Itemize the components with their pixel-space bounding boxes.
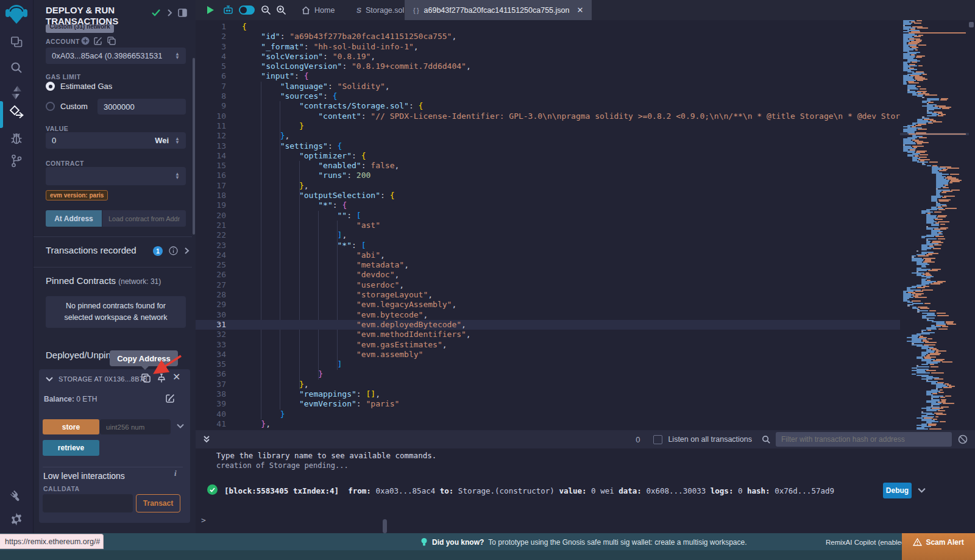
tx-expand-chevron-icon[interactable] <box>917 486 926 494</box>
transact-button[interactable]: Transact <box>136 494 180 512</box>
remove-contract-icon[interactable]: ✕ <box>172 372 180 382</box>
code-line[interactable]: 14 "optimizer": { <box>196 151 900 161</box>
remix-logo-icon[interactable] <box>0 2 33 27</box>
terminal-prompt[interactable]: > <box>201 516 206 525</box>
debug-button[interactable]: Debug <box>883 483 912 498</box>
terminal-body[interactable]: Type the library name to see available c… <box>196 448 975 533</box>
code-line[interactable]: 2 "id": "a69b43f277ba20fcac141151250ca75… <box>196 32 900 41</box>
code-line[interactable]: 6 "input": { <box>196 71 900 81</box>
copy-address-icon[interactable] <box>141 373 151 383</box>
zoom-in-icon[interactable] <box>276 5 286 15</box>
code-line[interactable]: 1{ <box>196 22 900 32</box>
editor-scrollbar-thumb[interactable] <box>969 22 974 27</box>
code-line[interactable]: 16 "runs": 200 <box>196 171 900 180</box>
code-line[interactable]: 19 "*": { <box>196 200 900 210</box>
code-line[interactable]: 25 "metadata", <box>196 260 900 270</box>
code-line[interactable]: 7 "language": "Solidity", <box>196 82 900 91</box>
code-line[interactable]: 29 "evm.legacyAssembly", <box>196 300 900 310</box>
value-unit-stepper-icon[interactable]: ▲▼ <box>175 137 180 144</box>
copilot-toggle[interactable] <box>239 5 255 15</box>
code-line[interactable]: 34 "evm.assembly" <box>196 350 900 360</box>
code-line[interactable]: 40 } <box>196 409 900 419</box>
debugger-bug-icon[interactable] <box>0 132 33 145</box>
ai-robot-icon[interactable] <box>222 4 234 16</box>
code-lines[interactable]: 1{2 "id": "a69b43f277ba20fcac141151250ca… <box>196 20 900 429</box>
close-tab-icon[interactable]: ✕ <box>576 5 583 15</box>
code-line[interactable]: 32 "evm.methodIdentifiers", <box>196 330 900 339</box>
contract-stepper-icon[interactable]: ▲▼ <box>175 172 180 180</box>
code-line[interactable]: 15 "enabled": false, <box>196 161 900 171</box>
account-stepper-icon[interactable]: ▲▼ <box>175 52 180 60</box>
retrieve-function-button[interactable]: retrieve <box>43 440 99 456</box>
code-line[interactable]: 11 } <box>196 121 900 131</box>
terminal-collapse-icon[interactable] <box>203 435 210 444</box>
code-line[interactable]: 21 "ast" <box>196 221 900 230</box>
edit-account-icon[interactable] <box>94 37 102 45</box>
listen-all-checkbox[interactable] <box>653 435 662 444</box>
terminal-scrollbar-thumb[interactable] <box>383 519 387 533</box>
git-branch-icon[interactable] <box>0 154 33 168</box>
code-line[interactable]: 5 "solcLongVersion": "0.8.19+commit.7dd6… <box>196 62 900 71</box>
filter-transactions-input[interactable] <box>776 432 952 447</box>
contract-select[interactable]: ▲▼ <box>46 167 186 185</box>
code-line[interactable]: 35 ] <box>196 360 900 369</box>
code-line[interactable]: 17 }, <box>196 181 900 191</box>
tab-home[interactable]: Home <box>293 0 343 20</box>
plugin-manager-plug-icon[interactable] <box>0 489 33 503</box>
scam-alert-button[interactable]: Scam Alert <box>902 533 975 560</box>
search-icon[interactable] <box>0 61 33 74</box>
pin-panel-icon[interactable] <box>178 9 187 17</box>
custom-gas-radio[interactable] <box>46 102 55 111</box>
store-function-button[interactable]: store <box>43 419 99 434</box>
pin-contract-icon[interactable] <box>157 373 166 383</box>
custom-gas-input[interactable] <box>98 99 186 115</box>
tab-storage-sol[interactable]: S Storage.sol <box>348 0 413 20</box>
code-line[interactable]: 3 "_format": "hh-sol-build-info-1", <box>196 42 900 52</box>
value-unit-select[interactable]: Wei <box>155 136 169 145</box>
low-level-info-icon[interactable]: i <box>174 469 177 478</box>
code-line[interactable]: 8 "sources": { <box>196 91 900 101</box>
solidity-compiler-icon[interactable] <box>0 85 33 100</box>
add-account-icon[interactable] <box>81 37 90 45</box>
code-line[interactable]: 9 "contracts/Storage.sol": { <box>196 101 900 111</box>
code-line[interactable]: 20 "": [ <box>196 211 900 221</box>
code-line[interactable]: 10 "content": "// SPDX-License-Identifie… <box>196 112 900 121</box>
panel-scrollbar-thumb[interactable] <box>193 58 195 235</box>
code-line[interactable]: 37 }, <box>196 380 900 389</box>
code-line[interactable]: 13 "settings": { <box>196 141 900 151</box>
minimap[interactable] <box>900 20 969 430</box>
contract-collapse-chevron-icon[interactable] <box>45 375 54 383</box>
transactions-expand-chevron-icon[interactable] <box>183 246 191 255</box>
code-line[interactable]: 23 "*": [ <box>196 241 900 250</box>
code-line[interactable]: 33 "evm.gasEstimates", <box>196 340 900 350</box>
code-line[interactable]: 31 "evm.deployedBytecode", <box>196 320 900 330</box>
code-line[interactable]: 30 "evm.bytecode", <box>196 310 900 320</box>
panel-forward-chevron-icon[interactable] <box>165 8 174 18</box>
clear-console-ban-icon[interactable] <box>958 434 968 444</box>
code-line[interactable]: 24 "abi", <box>196 250 900 260</box>
code-line[interactable]: 28 "storageLayout", <box>196 290 900 300</box>
edit-balance-icon[interactable] <box>166 394 175 403</box>
transaction-log-line[interactable]: [block:5583405 txIndex:4] from: 0xa03...… <box>224 486 834 495</box>
at-address-input[interactable] <box>102 210 186 227</box>
code-line[interactable]: 39 "evmVersion": "paris" <box>196 399 900 409</box>
store-arg-input[interactable] <box>100 419 171 434</box>
copy-account-icon[interactable] <box>107 37 116 45</box>
code-line[interactable]: 18 "outputSelection": { <box>196 191 900 200</box>
estimated-gas-radio[interactable] <box>46 82 55 91</box>
calldata-input[interactable] <box>43 494 133 512</box>
value-input[interactable]: 0 <box>52 136 56 145</box>
transactions-info-icon[interactable] <box>169 246 178 255</box>
at-address-button[interactable]: At Address <box>46 210 102 227</box>
code-line[interactable]: 27 "userdoc", <box>196 280 900 290</box>
code-editor[interactable]: 1{2 "id": "a69b43f277ba20fcac141151250ca… <box>196 20 900 430</box>
copilot-status[interactable]: RemixAI Copilot (enabled) <box>826 539 907 546</box>
code-line[interactable]: 4 "solcVersion": "0.8.19", <box>196 52 900 62</box>
code-line[interactable]: 26 "devdoc", <box>196 270 900 280</box>
deploy-and-run-icon[interactable] <box>0 105 33 121</box>
account-select[interactable]: 0xA03...85ac4 (0.39866531531 ▲▼ <box>46 48 186 64</box>
run-script-play-icon[interactable] <box>206 5 214 15</box>
code-line[interactable]: 36 } <box>196 369 900 379</box>
settings-gear-icon[interactable] <box>0 512 33 526</box>
code-line[interactable]: 12 }, <box>196 131 900 141</box>
